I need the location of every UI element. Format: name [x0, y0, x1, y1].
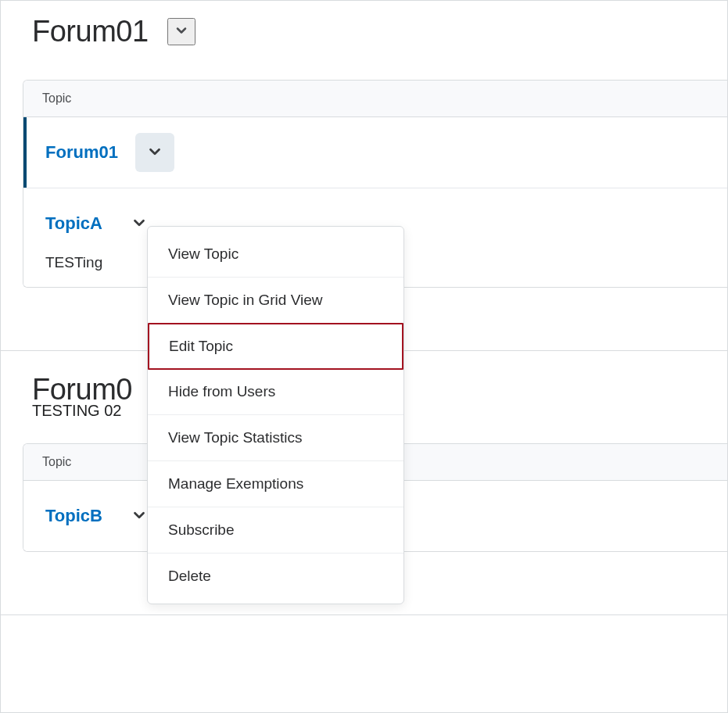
topic-dropdown-button-forum01[interactable] [135, 133, 174, 172]
topic-link-topica[interactable]: TopicA [45, 213, 102, 234]
menu-item-delete[interactable]: Delete [148, 554, 403, 599]
forum-title-1: Forum01 [32, 15, 149, 48]
chevron-down-icon [131, 507, 148, 526]
section-divider-2 [1, 614, 727, 615]
topic-row-main: Forum01 [45, 133, 712, 172]
menu-item-subscribe[interactable]: Subscribe [148, 507, 403, 554]
menu-item-manage-exemptions[interactable]: Manage Exemptions [148, 461, 403, 507]
menu-item-view-stats[interactable]: View Topic Statistics [148, 415, 403, 461]
menu-item-hide-users[interactable]: Hide from Users [148, 369, 403, 415]
menu-item-view-grid[interactable]: View Topic in Grid View [148, 278, 403, 324]
menu-item-edit-topic[interactable]: Edit Topic [148, 323, 403, 370]
topic-row-forum01: Forum01 [23, 117, 727, 188]
menu-item-view-topic[interactable]: View Topic [148, 231, 403, 278]
topic-context-menu: View Topic View Topic in Grid View Edit … [147, 226, 404, 604]
topic-link-topicb[interactable]: TopicB [45, 506, 102, 526]
page-container: Forum01 Topic Forum01 [1, 1, 727, 712]
forum-header-1: Forum01 [1, 1, 727, 80]
forum-dropdown-button-1[interactable] [167, 18, 195, 45]
chevron-down-icon [146, 143, 163, 163]
chevron-down-icon [131, 214, 148, 234]
chevron-down-icon [174, 23, 189, 41]
topic-table-header-1: Topic [23, 81, 727, 117]
topic-link-forum01[interactable]: Forum01 [45, 142, 118, 163]
